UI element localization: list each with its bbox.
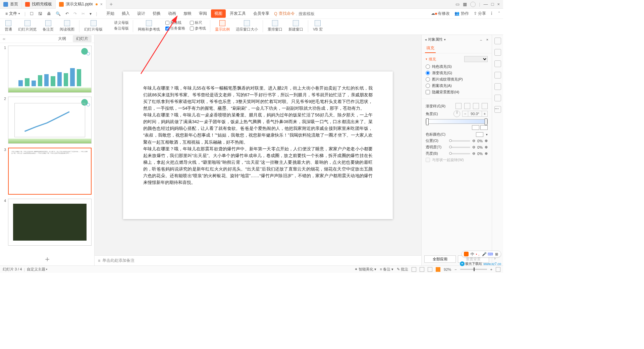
- grad-preset[interactable]: [464, 103, 470, 109]
- save-icon[interactable]: 🖫: [37, 11, 44, 16]
- fill-gradient[interactable]: 渐变填充(G): [426, 70, 488, 76]
- chk-ruler[interactable]: 标尺: [190, 20, 206, 25]
- fill-picture[interactable]: 图片或纹理填充(P): [426, 77, 488, 82]
- tab-start[interactable]: 开始: [103, 9, 118, 18]
- thumb-3[interactable]: 3 年味儿在哪里？哦，年味儿55在爷爷一幅幅笔墨飘香的对联里。进入腊2月，街上大…: [1, 148, 92, 195]
- angle-spinner[interactable]: −90.0°+: [462, 111, 488, 117]
- apps-icon[interactable]: ▦: [463, 2, 467, 7]
- new-window[interactable]: 新建窗口: [286, 20, 305, 32]
- ime-keyboard-icon[interactable]: ⌨: [488, 252, 493, 256]
- tab-close-icon[interactable]: ×: [100, 2, 103, 7]
- thumb-1[interactable]: 1: [1, 46, 92, 93]
- zoom-scale[interactable]: 显示比例: [213, 20, 232, 32]
- position-slider[interactable]: [449, 140, 471, 142]
- preview-icon[interactable]: 🔍: [54, 11, 62, 16]
- master-notes[interactable]: 备注母版: [108, 26, 129, 31]
- color-swatch[interactable]: [476, 132, 483, 137]
- file-menu[interactable]: ≡ 文件 ▾: [3, 11, 22, 16]
- gradient-stop[interactable]: [426, 118, 429, 125]
- view-normal-icon[interactable]: [412, 267, 416, 272]
- spin-minus[interactable]: ⊖: [472, 151, 475, 156]
- tool-text-icon[interactable]: [494, 83, 501, 90]
- slideshow-icon[interactable]: [436, 267, 440, 272]
- tab-design[interactable]: 设计: [134, 9, 149, 18]
- transparency-slider[interactable]: [449, 147, 471, 148]
- tab-show[interactable]: 放映: [180, 9, 195, 18]
- spin-plus[interactable]: ⊕: [485, 139, 488, 143]
- tool-chart-icon[interactable]: [494, 95, 501, 101]
- chevron-down-icon[interactable]: ▾: [46, 268, 47, 271]
- fill-pattern[interactable]: 图案填充(A): [426, 83, 488, 88]
- tab-doc[interactable]: 演示文稿1.pptx ×: [56, 0, 106, 9]
- ime-punct[interactable]: •，: [476, 252, 481, 256]
- gradient-stop[interactable]: [485, 118, 487, 125]
- maximize-button[interactable]: □: [491, 2, 494, 7]
- collapse-ribbon[interactable]: ˆ: [498, 11, 500, 16]
- arrange-windows[interactable]: 重排窗口: [266, 20, 284, 32]
- tab-trans[interactable]: 切换: [149, 9, 164, 18]
- add-slide-button[interactable]: ＋: [0, 253, 94, 265]
- view-reading-icon[interactable]: [428, 267, 432, 272]
- chevron-icon[interactable]: ◂: [425, 38, 427, 41]
- tab-outline[interactable]: 大纲: [55, 35, 69, 42]
- panel-close-icon[interactable]: ×: [486, 38, 488, 42]
- slide-text-body[interactable]: 年味儿在哪里？哦，年味儿55在爷爷一幅幅笔墨飘香的对联里。进入腊2月，街上大街小…: [143, 85, 373, 186]
- remove-stop-icon[interactable]: [480, 125, 488, 130]
- spin-plus[interactable]: +: [482, 112, 487, 116]
- tab-view[interactable]: 视图: [211, 9, 226, 18]
- coop-button[interactable]: 👥 协作: [454, 11, 469, 16]
- thumb-2[interactable]: 2: [1, 97, 92, 144]
- grid-guides[interactable]: 网格和参考线: [136, 20, 162, 32]
- grad-preset[interactable]: [473, 103, 479, 109]
- ime-mic-icon[interactable]: 🎤: [482, 252, 487, 256]
- rotate-with-shape[interactable]: 与形状一起旋转(W): [426, 157, 488, 162]
- print-icon[interactable]: 🖶: [45, 11, 53, 16]
- layout-icon[interactable]: ▭: [455, 2, 460, 7]
- chk-gridlines[interactable]: 网格线: [165, 20, 185, 25]
- ime-settings-icon[interactable]: ⊞: [494, 252, 499, 256]
- tab-slides[interactable]: 幻灯片: [73, 35, 92, 42]
- redo-icon[interactable]: ↷: [72, 11, 78, 16]
- template-search-input[interactable]: [299, 11, 339, 16]
- zoom-out[interactable]: −: [454, 267, 457, 271]
- spin-minus[interactable]: ⊖: [472, 139, 475, 143]
- panel-tab-fill[interactable]: 填充: [425, 44, 436, 53]
- cut-icon[interactable]: ✂: [80, 11, 87, 16]
- grad-preset[interactable]: [482, 103, 488, 109]
- spin-minus[interactable]: ⊖: [472, 145, 475, 149]
- ime-toolbar[interactable]: 中 •， 🎤 ⌨ ⊞: [462, 251, 501, 257]
- brightness-slider[interactable]: [449, 153, 471, 154]
- zoom-in[interactable]: +: [490, 267, 492, 271]
- tool-image-icon[interactable]: [494, 60, 501, 67]
- current-slide[interactable]: 年味儿在哪里？哦，年味儿55在爷爷一幅幅笔墨飘香的对联里。进入腊2月，街上大街小…: [123, 71, 393, 219]
- spin-plus[interactable]: ⊕: [485, 145, 488, 149]
- chevron-down-icon[interactable]: ▾: [444, 38, 446, 41]
- minimize-button[interactable]: —: [484, 2, 488, 7]
- master-handout[interactable]: 讲义母版: [108, 20, 129, 25]
- notes-area[interactable]: ≡ 单击此处添加备注: [95, 255, 421, 265]
- chk-guides[interactable]: 参考线: [190, 26, 206, 31]
- status-notes[interactable]: ≡ 备注 ▾: [380, 267, 393, 272]
- vba-macro[interactable]: VB 宏: [311, 20, 325, 32]
- tab-templates[interactable]: 找稻壳模板: [22, 0, 56, 9]
- share-button[interactable]: ⇪ 分享: [474, 11, 486, 16]
- view-sorter[interactable]: 幻灯片浏览: [16, 20, 39, 32]
- status-theme[interactable]: 自定义主题: [27, 267, 45, 272]
- zoom-slider[interactable]: [460, 269, 487, 270]
- slide-canvas[interactable]: 年味儿在哪里？哦，年味儿55在爷爷一幅幅笔墨飘香的对联里。进入腊2月，街上大街小…: [95, 35, 421, 255]
- chevron-down-icon[interactable]: ▾: [486, 133, 488, 136]
- fill-preset-select[interactable]: [464, 56, 488, 62]
- gradient-stops-bar[interactable]: [426, 119, 488, 124]
- view-sorter-icon[interactable]: [420, 267, 424, 272]
- spin-plus[interactable]: ⊕: [485, 151, 488, 156]
- section-fill-title[interactable]: 填充: [426, 56, 488, 62]
- close-button[interactable]: ×: [497, 2, 500, 7]
- undo-icon[interactable]: ↶: [64, 11, 70, 16]
- fill-hide-bg[interactable]: 隐藏背景图形(H): [426, 90, 488, 95]
- dropdown-icon[interactable]: ▾: [88, 11, 93, 16]
- master-slide[interactable]: 幻灯片母版: [82, 20, 105, 32]
- new-tab-button[interactable]: +: [106, 1, 116, 7]
- grad-preset[interactable]: [455, 103, 462, 109]
- tab-insert[interactable]: 插入: [118, 9, 133, 18]
- view-notes[interactable]: 备注页: [41, 20, 56, 32]
